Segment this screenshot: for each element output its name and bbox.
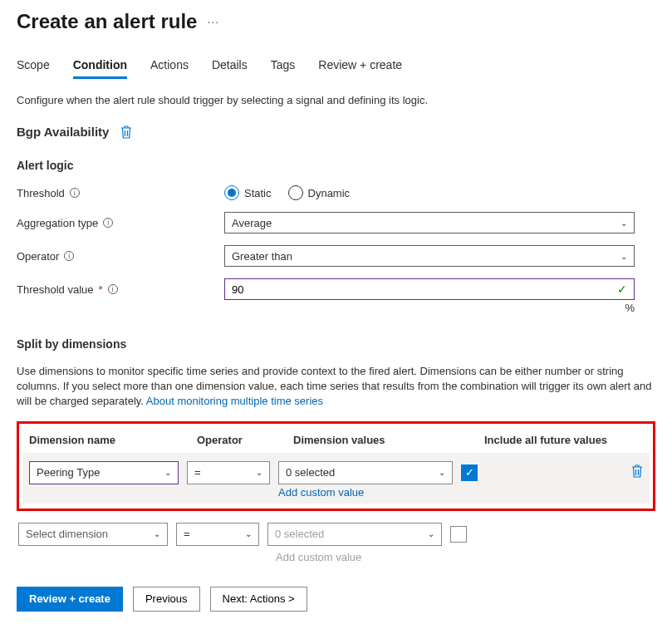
threshold-static-label: Static xyxy=(244,187,272,199)
threshold-dynamic-radio[interactable]: Dynamic xyxy=(288,185,351,200)
operator-value: Greater than xyxy=(232,250,292,263)
threshold-static-radio[interactable]: Static xyxy=(224,185,272,200)
dimension-operator-select-empty[interactable]: = ⌄ xyxy=(176,523,259,546)
page-title: Create an alert rule xyxy=(17,10,197,33)
tab-tags[interactable]: Tags xyxy=(271,58,296,79)
signal-name: Bgp Availability xyxy=(17,125,109,139)
chevron-down-icon: ⌄ xyxy=(154,529,160,538)
dimension-values-select[interactable]: 0 selected ⌄ xyxy=(278,461,453,484)
chevron-down-icon: ⌄ xyxy=(245,529,252,538)
dimension-name-value: Peering Type xyxy=(37,466,100,479)
valid-check-icon: ✓ xyxy=(617,283,627,296)
aggregation-type-label: Aggregation type xyxy=(17,217,98,229)
col-dimension-name: Dimension name xyxy=(29,434,189,446)
chevron-down-icon: ⌄ xyxy=(256,468,262,477)
dimension-name-placeholder: Select dimension xyxy=(26,528,108,540)
tab-actions[interactable]: Actions xyxy=(150,58,189,79)
tab-scope[interactable]: Scope xyxy=(17,58,50,79)
tab-description: Configure when the alert rule should tri… xyxy=(17,94,655,106)
aggregation-type-value: Average xyxy=(232,217,272,229)
threshold-radio-group: Static Dynamic xyxy=(224,185,350,200)
threshold-value-label: Threshold value xyxy=(17,283,94,296)
delete-dimension-row-icon[interactable] xyxy=(631,464,643,480)
add-custom-value-link-disabled: Add custom value xyxy=(276,551,655,563)
chevron-down-icon: ⌄ xyxy=(428,529,434,538)
tab-review-create[interactable]: Review + create xyxy=(318,58,402,79)
col-operator: Operator xyxy=(197,434,285,446)
info-icon[interactable]: i xyxy=(103,218,113,228)
threshold-dynamic-label: Dynamic xyxy=(308,187,351,199)
dimension-name-select[interactable]: Peering Type ⌄ xyxy=(29,461,179,484)
chevron-down-icon: ⌄ xyxy=(620,219,627,228)
next-button[interactable]: Next: Actions > xyxy=(210,587,307,612)
tab-details[interactable]: Details xyxy=(212,58,248,79)
chevron-down-icon: ⌄ xyxy=(439,468,445,477)
delete-signal-icon[interactable] xyxy=(120,125,132,139)
dimension-operator-value: = xyxy=(194,466,201,479)
required-indicator: * xyxy=(99,283,103,296)
dimension-operator-select[interactable]: = ⌄ xyxy=(187,461,270,484)
threshold-unit: % xyxy=(17,302,635,314)
aggregation-type-select[interactable]: Average ⌄ xyxy=(224,212,635,233)
info-icon[interactable]: i xyxy=(108,284,118,294)
dimension-values-placeholder: 0 selected xyxy=(275,528,324,540)
info-icon[interactable]: i xyxy=(70,188,80,198)
previous-button[interactable]: Previous xyxy=(133,587,200,612)
add-custom-value-link[interactable]: Add custom value xyxy=(278,486,643,499)
threshold-value-input[interactable] xyxy=(232,283,617,296)
monitoring-link[interactable]: About monitoring multiple time series xyxy=(146,395,323,407)
split-description: Use dimensions to monitor specific time … xyxy=(17,364,655,410)
include-future-checkbox[interactable]: ✓ xyxy=(461,464,478,481)
info-icon[interactable]: i xyxy=(64,251,74,261)
include-future-checkbox-empty[interactable] xyxy=(450,526,467,543)
alert-logic-heading: Alert logic xyxy=(17,159,655,172)
operator-label: Operator xyxy=(17,250,59,263)
col-dimension-values: Dimension values xyxy=(293,434,476,446)
chevron-down-icon: ⌄ xyxy=(164,468,171,477)
more-actions-icon[interactable]: ··· xyxy=(207,15,219,28)
chevron-down-icon: ⌄ xyxy=(620,252,627,261)
tab-condition[interactable]: Condition xyxy=(73,58,127,79)
review-create-button[interactable]: Review + create xyxy=(17,587,123,612)
threshold-value-input-wrap: ✓ xyxy=(224,278,635,300)
col-include-future: Include all future values xyxy=(484,434,643,446)
dimension-values-value: 0 selected xyxy=(286,466,335,479)
dimensions-highlighted-box: Dimension name Operator Dimension values… xyxy=(17,421,655,511)
dimension-values-select-empty[interactable]: 0 selected ⌄ xyxy=(267,523,442,546)
split-heading: Split by dimensions xyxy=(17,337,655,351)
tab-bar: Scope Condition Actions Details Tags Rev… xyxy=(17,58,655,79)
dimension-name-select-empty[interactable]: Select dimension ⌄ xyxy=(18,523,168,546)
dimension-operator-value: = xyxy=(184,528,190,540)
operator-select[interactable]: Greater than ⌄ xyxy=(224,245,635,267)
threshold-label: Threshold xyxy=(17,187,65,199)
